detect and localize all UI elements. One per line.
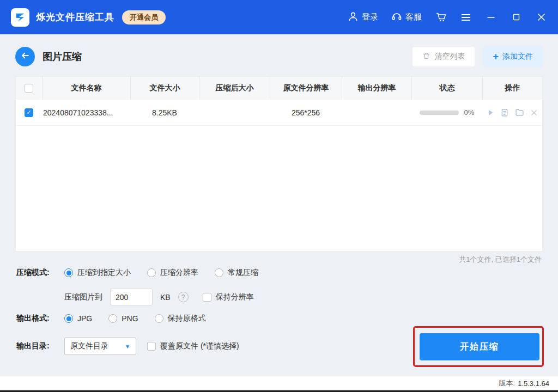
radio-label: 压缩到指定大小 [77,268,131,278]
overwrite-option[interactable]: 覆盖原文件 (*谨慎选择) [147,341,239,351]
app-window: 烁光文件压缩工具 开通会员 登录 客服 [0,0,558,392]
file-info-icon[interactable] [500,108,509,117]
row-checkbox[interactable]: ✓ [25,108,33,117]
progress-bar [420,111,459,115]
maximize-button[interactable] [510,11,522,23]
clear-list-label: 清空列表 [434,52,465,62]
chevron-down-icon: ▼ [125,344,130,350]
column-header-status: 状态 [411,77,482,100]
radio-icon [155,314,163,323]
radio-label: PNG [122,314,138,323]
select-all-checkbox[interactable] [25,84,33,93]
output-dir-row: 输出目录: 原文件目录 ▼ 覆盖原文件 (*谨慎选择) [16,338,239,355]
size-unit-label: KB [160,293,171,302]
column-header-filename: 文件名称 [42,77,130,100]
target-size-input[interactable] [110,289,153,305]
open-folder-icon[interactable] [515,108,524,117]
clear-list-button[interactable]: 清空列表 [412,46,475,67]
progress-percent: 0% [464,108,475,117]
file-name-cell: 202408071023338... [42,100,130,125]
output-dir-label: 输出目录: [16,341,64,351]
trash-icon [422,52,430,62]
radio-icon [64,314,73,323]
column-header-output-resolution: 输出分辨率 [342,77,411,100]
radio-option-png[interactable]: PNG [108,314,138,323]
arrow-left-icon [20,50,31,63]
login-label: 登录 [362,12,378,22]
radio-icon [108,314,117,323]
version-value: 1.5.3.1.64 [518,379,549,388]
plus-icon: + [493,52,499,62]
radio-label: 保持原格式 [168,314,206,323]
output-dir-value: 原文件目录 [70,341,125,351]
keep-resolution-checkbox[interactable] [203,293,211,302]
remove-row-icon[interactable] [530,109,538,117]
support-label: 客服 [405,12,422,22]
output-format-label: 输出格式: [16,314,64,323]
radio-label: 常规压缩 [228,268,258,278]
start-row-icon[interactable] [487,109,494,117]
add-files-button[interactable]: + 添加文件 [483,46,543,67]
overwrite-checkbox[interactable] [147,342,156,351]
minimize-button[interactable] [485,11,497,23]
radio-icon [147,268,156,277]
radio-option-keep-format[interactable]: 保持原格式 [155,314,206,323]
radio-icon [215,268,223,277]
compress-to-label: 压缩图片到 [64,292,102,302]
support-button[interactable]: 客服 [391,11,422,23]
select-all-cell [16,77,42,100]
output-dir-select[interactable]: 原文件目录 ▼ [64,338,136,355]
headset-icon [391,11,402,23]
keep-resolution-option[interactable]: 保持分辨率 [203,292,254,302]
column-header-original-resolution: 原文件分辨率 [270,77,342,100]
compress-mode-row: 压缩模式: 压缩到指定大小 压缩分辨率 常规压缩 [16,268,258,278]
overwrite-label: 覆盖原文件 (*谨慎选择) [160,341,239,351]
radio-icon [64,268,73,277]
statusbar: 版本: 1.5.3.1.64 [0,376,558,390]
table-row: ✓ 202408071023338... 8.25KB 256*256 0% [16,100,542,126]
column-header-actions: 操作 [482,77,542,100]
start-compress-button[interactable]: 开始压缩 [420,333,539,360]
table-header: 文件名称 文件大小 压缩后大小 原文件分辨率 输出分辨率 状态 操作 [16,77,542,100]
status-cell: 0% [411,100,482,125]
compressed-size-cell [199,100,270,125]
target-size-row: 压缩图片到 KB ? 保持分辨率 [16,289,254,305]
column-header-compressed-size: 压缩后大小 [199,77,270,100]
close-button[interactable] [535,11,547,23]
column-header-filesize: 文件大小 [130,77,199,100]
original-resolution-cell: 256*256 [270,100,342,125]
version-label: 版本: [499,378,515,388]
compress-mode-label: 压缩模式: [16,268,64,278]
back-button[interactable] [15,47,35,66]
row-actions [482,100,542,125]
login-button[interactable]: 登录 [348,11,378,23]
app-logo-icon [11,8,29,27]
vip-badge[interactable]: 开通会员 [122,10,166,24]
page-header: 图片压缩 清空列表 + 添加文件 [15,46,543,68]
file-table: 文件名称 文件大小 压缩后大小 原文件分辨率 输出分辨率 状态 操作 ✓ 202… [15,76,543,252]
file-count-summary: 共1个文件, 已选择1个文件 [459,255,542,265]
output-resolution-cell [342,100,411,125]
keep-resolution-label: 保持分辨率 [216,292,254,302]
output-format-row: 输出格式: JPG PNG 保持原格式 [16,314,206,323]
radio-option-normal[interactable]: 常规压缩 [215,268,258,278]
user-icon [348,11,359,23]
cart-icon[interactable] [435,11,447,23]
file-size-cell: 8.25KB [130,100,199,125]
app-title: 烁光文件压缩工具 [36,11,114,23]
help-icon[interactable]: ? [178,292,189,302]
radio-option-jpg[interactable]: JPG [64,314,92,323]
radio-label: 压缩分辨率 [160,268,198,278]
page-title: 图片压缩 [43,50,82,63]
radio-label: JPG [77,314,92,323]
radio-option-target-size[interactable]: 压缩到指定大小 [64,268,131,278]
menu-icon[interactable] [460,11,472,23]
titlebar: 烁光文件压缩工具 开通会员 登录 客服 [0,0,558,34]
radio-option-resolution[interactable]: 压缩分辨率 [147,268,198,278]
add-files-label: 添加文件 [502,52,533,62]
